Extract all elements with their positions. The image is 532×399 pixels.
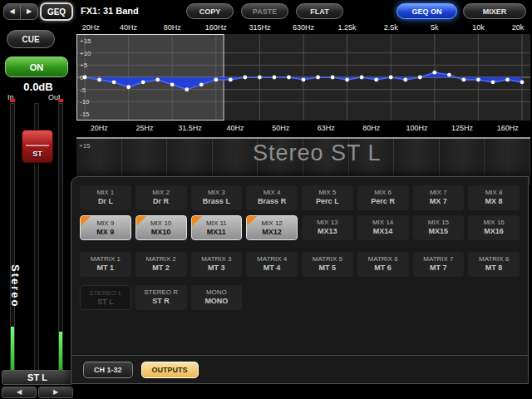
eq-band-handle[interactable] — [476, 78, 480, 82]
channel-select-mt-6[interactable]: MATRIX 6MT 6 — [357, 252, 409, 277]
eq-band-handle[interactable] — [273, 76, 277, 80]
channel-select-mx-9[interactable]: MIX 9MX 9 — [80, 215, 131, 240]
channel-select-name: MIX 16 — [468, 219, 520, 226]
eq-band-handle[interactable] — [389, 76, 393, 80]
eq-plot-area[interactable]: +15+10+50-5-10-15 — [76, 34, 530, 121]
channel-select-mx10[interactable]: MIX 10MX10 — [135, 215, 187, 240]
tab-outputs[interactable]: OUTPUTS — [141, 362, 199, 378]
prev-arrow-button[interactable]: ◀ — [3, 3, 21, 20]
copy-button[interactable]: COPY — [186, 3, 234, 19]
next-arrow-button[interactable]: ▶ — [21, 3, 38, 20]
eq-band-handle[interactable] — [155, 78, 160, 82]
eq-band-handle[interactable] — [302, 78, 306, 82]
channel-select-name: MIX 10 — [136, 219, 186, 227]
prev-channel-button[interactable]: ◀ — [2, 387, 37, 398]
channel-select-mono[interactable]: MONOMONO — [191, 285, 243, 310]
eq-band-handle[interactable] — [185, 87, 189, 91]
channel-select-row: STEREO LST LSTEREO RST RMONOMONO — [80, 285, 520, 310]
eq-band-handle[interactable] — [491, 80, 495, 84]
eq-band-handle[interactable] — [243, 76, 247, 80]
eq-band-handle[interactable] — [505, 78, 510, 82]
next-channel-button[interactable]: ▶ — [38, 387, 73, 398]
channel-select-name: MATRIX 5 — [302, 255, 353, 263]
channel-select-mx12[interactable]: MIX 12MX12 — [246, 215, 298, 240]
channel-select-shortname: Dr R — [135, 197, 187, 205]
eq-band-handle[interactable] — [418, 76, 422, 80]
geq-frequency-labels: 20Hz25Hz31.5Hz40Hz50Hz63Hz80Hz100Hz125Hz… — [76, 124, 530, 135]
flat-button[interactable]: FLAT — [296, 3, 343, 19]
eq-band-handle[interactable] — [331, 76, 335, 80]
eq-freq-label: 5k — [431, 23, 439, 32]
eq-db-label: 0 — [80, 74, 83, 81]
channel-select-name: MONO — [191, 288, 243, 296]
channel-select-dr-l[interactable]: MIX 1Dr L — [80, 185, 131, 210]
eq-band-handle[interactable] — [126, 85, 131, 89]
channel-select-mt-1[interactable]: MATRIX 1MT 1 — [80, 252, 131, 277]
channel-select-mt-8[interactable]: MATRIX 8MT 8 — [468, 252, 520, 277]
eq-band-handle[interactable] — [229, 78, 233, 82]
channel-select-mt-2[interactable]: MATRIX 2MT 2 — [135, 252, 187, 277]
cue-button[interactable]: CUE — [7, 30, 55, 48]
channel-select-mx13[interactable]: MIX 13MX13 — [302, 215, 353, 240]
eq-freq-label: 10k — [472, 23, 485, 32]
channel-fader[interactable]: ST — [22, 130, 53, 163]
geq-band-freq-label: 80Hz — [349, 124, 395, 135]
eq-band-handle[interactable] — [258, 76, 262, 80]
channel-select-mx14[interactable]: MIX 14MX14 — [357, 215, 409, 240]
geq-band-freq-label: 31.5Hz — [167, 124, 213, 135]
channel-select-dr-r[interactable]: MIX 2Dr R — [135, 185, 187, 210]
channel-select-mt-3[interactable]: MATRIX 3MT 3 — [191, 252, 243, 277]
eq-band-handle[interactable] — [200, 82, 204, 86]
eq-band-handle[interactable] — [97, 78, 101, 82]
paste-button[interactable]: PASTE — [241, 3, 288, 19]
channel-select-st-r[interactable]: STEREO RST R — [135, 285, 187, 310]
eq-band-handle[interactable] — [214, 78, 218, 82]
eq-band-handle[interactable] — [345, 78, 349, 82]
eq-band-handle[interactable] — [287, 76, 291, 80]
channel-select-shortname: ST L — [81, 298, 131, 306]
eq-band-handle[interactable] — [170, 82, 175, 86]
geq-view-button[interactable]: GEQ — [40, 2, 73, 21]
geq-band-freq-label: 125Hz — [440, 124, 485, 135]
geq-on-button[interactable]: GEQ ON — [397, 3, 457, 19]
output-meter — [58, 103, 63, 371]
eq-band-handle[interactable] — [112, 80, 116, 84]
channel-select-perc-r[interactable]: MIX 6Perc R — [357, 185, 409, 210]
channel-select-name: MIX 15 — [413, 219, 465, 226]
eq-db-label: +15 — [80, 37, 91, 45]
eq-band-handle[interactable] — [520, 80, 525, 84]
channel-select-shortname: ST R — [135, 297, 187, 305]
channel-select-name: MIX 13 — [302, 219, 353, 226]
eq-band-handle[interactable] — [374, 78, 378, 82]
eq-band-handle[interactable] — [461, 78, 466, 82]
channel-select-brass-r[interactable]: MIX 4Brass R — [246, 185, 298, 210]
output-meter-fill — [59, 332, 62, 370]
tab-ch-1-32[interactable]: CH 1-32 — [83, 362, 133, 378]
eq-band-handle[interactable] — [432, 71, 436, 75]
eq-band-handle[interactable] — [447, 73, 451, 77]
channel-select-st-l[interactable]: STEREO LST L — [80, 285, 131, 310]
channel-select-mx-7[interactable]: MIX 7MX 7 — [413, 185, 465, 210]
channel-select-mx11[interactable]: MIX 11MX11 — [191, 215, 243, 240]
channel-select-shortname: MT 5 — [302, 264, 353, 272]
channel-select-mx15[interactable]: MIX 15MX15 — [413, 215, 465, 240]
channel-select-perc-l[interactable]: MIX 5Perc L — [302, 185, 353, 210]
channel-name-label: ST L — [2, 370, 73, 385]
channel-select-name: MATRIX 4 — [246, 255, 298, 263]
channel-select-popup: MIX 1Dr LMIX 2Dr RMIX 3Brass LMIX 4Brass… — [71, 176, 529, 384]
channel-select-mt-5[interactable]: MATRIX 5MT 5 — [302, 252, 353, 277]
channel-select-mt-4[interactable]: MATRIX 4MT 4 — [246, 252, 298, 277]
channel-select-mx16[interactable]: MIX 16MX16 — [468, 215, 520, 240]
channel-on-button[interactable]: ON — [5, 57, 68, 77]
channel-watermark: Stereo ST L — [253, 140, 382, 166]
eq-band-handle[interactable] — [360, 76, 364, 80]
geq-band-freq-label: 20Hz — [76, 124, 122, 135]
channel-select-mx-8[interactable]: MIX 8MX 8 — [468, 185, 520, 210]
channel-select-shortname: MX 7 — [413, 197, 465, 205]
channel-select-mt-7[interactable]: MATRIX 7MT 7 — [413, 252, 465, 277]
eq-band-handle[interactable] — [316, 76, 320, 80]
channel-select-brass-l[interactable]: MIX 3Brass L — [191, 185, 243, 210]
eq-band-handle[interactable] — [141, 80, 145, 84]
eq-band-handle[interactable] — [403, 78, 407, 82]
mixer-button[interactable]: MIXER — [463, 3, 526, 19]
